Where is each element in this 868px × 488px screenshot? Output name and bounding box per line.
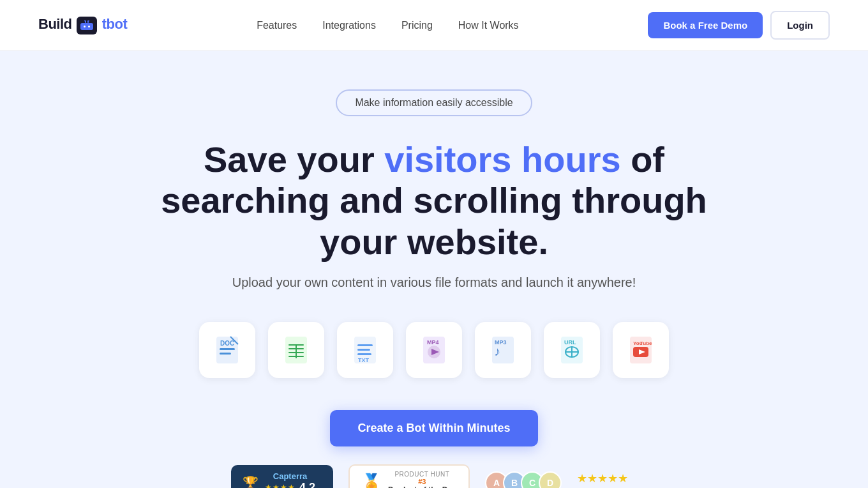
capterra-logo: 🏆 [243,475,258,488]
svg-text:TXT: TXT [358,357,370,363]
url-icon: URL [560,335,584,365]
format-url: URL [544,322,600,378]
ph-rank: #3 [388,478,456,485]
hero-subtitle: Upload your own content in various file … [232,275,636,290]
svg-text:♪: ♪ [494,344,500,358]
svg-rect-18 [357,344,373,346]
mp3-icon: ♪ MP3 [491,335,515,365]
ph-title: Product of the Day [388,485,456,488]
capterra-score: 4.2 [299,481,315,488]
formats-row: DOC TXT [199,322,669,378]
hero-badge: Make information easily accessible [336,89,532,116]
badges-row: 🏆 Capterra ★★★★ 4.2 🏅 PRODUCT HUNT #3 Pr… [231,464,637,488]
nav-links: Features Integrations Pricing How It Wor… [257,20,518,31]
nav-features[interactable]: Features [257,20,297,31]
format-mp3: ♪ MP3 [475,322,531,378]
logo[interactable]: Build tbot [38,16,127,34]
avatar-stack: A B C D [485,471,562,488]
logo-text: Build tbot [38,16,127,34]
format-sheet [268,322,324,378]
capterra-info: Capterra ★★★★ 4.2 [265,471,315,488]
format-doc: DOC [199,322,255,378]
ph-text: PRODUCT HUNT #3 Product of the Day [388,471,456,488]
svg-point-2 [88,26,90,27]
txt-icon: TXT [353,335,377,365]
nav-integrations[interactable]: Integrations [322,20,376,31]
svg-text:Tube: Tube [640,340,652,346]
sheet-icon [284,335,308,365]
svg-text:MP3: MP3 [495,339,507,346]
social-stars: ★★★★★ [568,471,637,485]
login-button[interactable]: Login [770,11,830,40]
svg-rect-8 [220,348,235,350]
svg-rect-19 [357,349,370,351]
ph-label: PRODUCT HUNT [388,471,456,478]
capterra-stars: ★★★★ [265,483,296,488]
svg-text:DOC: DOC [220,340,234,347]
avatar-4: D [539,471,562,488]
ph-icon: 🏅 [361,473,382,488]
social-proof-badge: A B C D ★★★★★ Loved by 100k+ users [485,471,637,488]
svg-text:MP4: MP4 [427,339,439,346]
cta-section: Create a Bot Within Minutes 🏆 Capterra ★… [231,410,637,488]
format-txt: TXT [337,322,393,378]
nav-how-it-works[interactable]: How It Works [458,20,519,31]
nav-pricing[interactable]: Pricing [401,20,433,31]
format-youtube: You Tube [613,322,669,378]
svg-rect-20 [357,353,371,355]
youtube-icon: You Tube [629,335,653,365]
navbar: Build tbot Features Integrations Pricin [0,0,868,51]
chatbot-icon [80,20,94,31]
nav-actions: Book a Free Demo Login [648,11,830,40]
hero-section: Make information easily accessible Save … [0,51,868,488]
hero-title: Save your visitors hours of searching an… [160,139,708,263]
book-demo-button[interactable]: Book a Free Demo [648,12,763,38]
svg-point-1 [84,26,86,27]
social-text: ★★★★★ Loved by 100k+ users [568,471,637,488]
hero-title-part1: Save your [204,139,384,179]
product-hunt-badge: 🏅 PRODUCT HUNT #3 Product of the Day [348,464,470,488]
svg-rect-16 [296,344,297,358]
svg-rect-0 [80,23,93,30]
create-bot-button[interactable]: Create a Bot Within Minutes [330,410,539,446]
capterra-name: Capterra [265,471,315,481]
doc-icon: DOC [215,335,239,365]
hero-title-highlight: visitors hours [384,139,620,179]
capterra-badge: 🏆 Capterra ★★★★ 4.2 [231,465,333,488]
svg-rect-9 [220,353,231,355]
format-mp4: MP4 [406,322,462,378]
mp4-icon: MP4 [422,335,446,365]
svg-text:URL: URL [564,339,576,346]
